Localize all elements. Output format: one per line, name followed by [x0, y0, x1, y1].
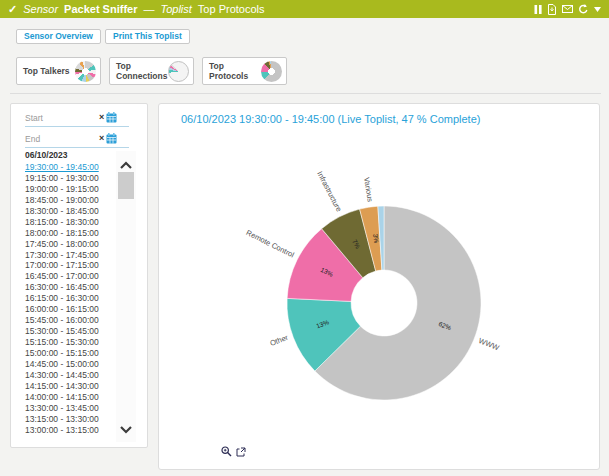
sensor-kind-label: Sensor — [23, 3, 58, 15]
protocol-donut-chart: 62%WWW13%Other13%Remote Control7%Infrast… — [159, 126, 601, 456]
interval-link[interactable]: 18:15:00 - 18:30:00 — [25, 217, 119, 228]
ok-check-icon: ✓ — [8, 3, 17, 16]
section-divider — [10, 93, 601, 94]
print-toplist-button[interactable]: Print This Toplist — [105, 29, 190, 44]
slice-name-label: Various — [362, 177, 375, 203]
interval-link[interactable]: 19:30:00 - 19:45:00 — [25, 162, 119, 173]
sensor-overview-button[interactable]: Sensor Overview — [16, 29, 101, 44]
date-header: 06/10/2023 — [25, 150, 68, 160]
slice-name-label: Other — [269, 333, 290, 348]
interval-link[interactable]: 18:00:00 - 18:15:00 — [25, 228, 119, 239]
tab-top-connections[interactable]: Top Connections — [109, 57, 194, 85]
calendar-icon[interactable] — [106, 133, 117, 144]
start-date-input[interactable] — [25, 113, 99, 123]
tab-top-talkers[interactable]: Top Talkers — [16, 57, 101, 85]
top-connections-pie-icon — [168, 61, 189, 82]
interval-link[interactable]: 18:45:00 - 19:00:00 — [25, 195, 119, 206]
external-link-icon[interactable] — [236, 447, 246, 457]
chart-title: 06/10/2023 19:30:00 - 19:45:00 (Live Top… — [181, 113, 480, 125]
toplist-chart-panel: 06/10/2023 19:30:00 - 19:45:00 (Live Top… — [158, 103, 600, 470]
interval-link[interactable]: 14:45:00 - 15:00:00 — [25, 359, 119, 370]
scroll-up-icon[interactable] — [120, 155, 132, 173]
refresh-icon[interactable] — [578, 4, 589, 15]
slice-name-label: Remote Control — [245, 228, 296, 260]
zoom-icon[interactable] — [221, 446, 232, 457]
interval-link[interactable]: 15:00:00 - 15:15:00 — [25, 348, 119, 359]
interval-link[interactable]: 14:15:00 - 14:30:00 — [25, 381, 119, 392]
interval-link[interactable]: 16:00:00 - 16:15:00 — [25, 304, 119, 315]
scrollbar-thumb[interactable] — [118, 172, 134, 199]
slice-name-label: Infrastructure — [315, 170, 343, 213]
interval-link[interactable]: 17:45:00 - 18:00:00 — [25, 239, 119, 250]
slice-pct-label: 3% — [372, 233, 380, 244]
interval-link[interactable]: 17:30:00 - 17:45:00 — [25, 250, 119, 261]
email-icon[interactable] — [562, 5, 573, 13]
end-date-input[interactable] — [25, 134, 99, 144]
header-bar: ✓ Sensor Packet Sniffer — Toplist Top Pr… — [0, 0, 609, 18]
pause-icon[interactable] — [534, 5, 542, 14]
interval-link[interactable]: 19:15:00 - 19:30:00 — [25, 173, 119, 184]
interval-link[interactable]: 15:30:00 - 15:45:00 — [25, 326, 119, 337]
scrollbar[interactable] — [116, 151, 136, 442]
interval-link[interactable]: 15:45:00 - 16:00:00 — [25, 315, 119, 326]
toplist-name: Top Protocols — [198, 3, 265, 15]
clear-end-icon[interactable]: × — [99, 134, 104, 143]
toplist-kind-label: Toplist — [160, 3, 191, 15]
calendar-icon[interactable] — [106, 112, 117, 123]
slice-name-label: WWW — [477, 336, 501, 353]
interval-link[interactable]: 19:00:00 - 19:15:00 — [25, 184, 119, 195]
interval-link[interactable]: 13:30:00 - 13:45:00 — [25, 403, 119, 414]
report-icon[interactable] — [547, 4, 557, 15]
sensor-name: Packet Sniffer — [64, 3, 137, 15]
header-separator: — — [143, 3, 154, 15]
interval-link[interactable]: 14:30:00 - 14:45:00 — [25, 370, 119, 381]
interval-link[interactable]: 16:30:00 - 16:45:00 — [25, 282, 119, 293]
interval-link[interactable]: 17:00:00 - 17:15:00 — [25, 260, 119, 271]
interval-list: 19:30:00 - 19:45:0019:15:00 - 19:30:0019… — [25, 162, 119, 435]
interval-link[interactable]: 18:30:00 - 18:45:00 — [25, 206, 119, 217]
tab-label: Top Protocols — [209, 61, 261, 81]
clear-start-icon[interactable]: × — [99, 113, 104, 122]
tab-label: Top Connections — [116, 61, 168, 81]
interval-link[interactable]: 16:45:00 - 17:00:00 — [25, 271, 119, 282]
app-window: ✓ Sensor Packet Sniffer — Toplist Top Pr… — [0, 0, 609, 476]
top-protocols-pie-icon — [261, 61, 282, 82]
top-talkers-pie-icon — [75, 61, 96, 82]
interval-link[interactable]: 15:15:00 - 15:30:00 — [25, 337, 119, 348]
tab-top-protocols[interactable]: Top Protocols — [202, 57, 287, 85]
toolbar: Sensor Overview Print This Toplist — [16, 29, 190, 44]
interval-link[interactable]: 13:15:00 - 13:30:00 — [25, 414, 119, 425]
toplist-tabs: Top Talkers Top Connections Top Protocol… — [16, 57, 287, 85]
caret-down-icon[interactable] — [594, 7, 601, 12]
tab-label: Top Talkers — [23, 66, 69, 76]
interval-link[interactable]: 13:00:00 - 13:15:00 — [25, 425, 119, 436]
time-filter-panel: × × 06/10/2023 19:30:00 - 19:45:0019:15:… — [10, 103, 148, 448]
scroll-down-icon[interactable] — [120, 420, 132, 438]
interval-link[interactable]: 16:15:00 - 16:30:00 — [25, 293, 119, 304]
interval-link[interactable]: 14:00:00 - 14:15:00 — [25, 392, 119, 403]
